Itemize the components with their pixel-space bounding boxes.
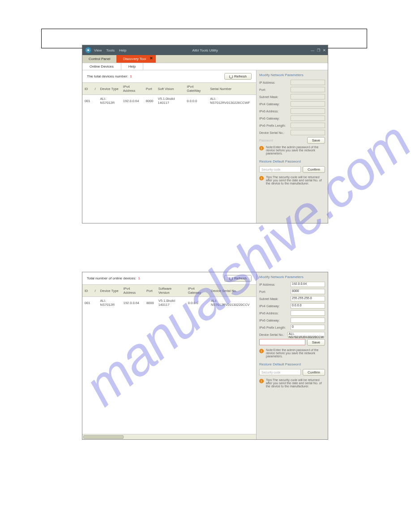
col-gateway[interactable]: IPv4 GateWay (184, 83, 208, 95)
table-row[interactable]: 001 ALI-NS7012R 192.0.0.64 8000 V5.1.0bu… (82, 297, 256, 309)
device-count-label: The total devices number: 1 (87, 74, 132, 78)
input-ip6[interactable] (291, 310, 325, 316)
input-serial[interactable] (291, 130, 325, 135)
col-gateway[interactable]: IPv4 Gateway (186, 285, 209, 297)
input-gw6[interactable] (291, 116, 325, 121)
window-title: Alibi Tools Utility (192, 48, 218, 52)
input-subnet[interactable] (291, 94, 325, 99)
label-prefix: IPv6 Prefix Length: (259, 326, 291, 329)
input-ip[interactable]: 192.0.0.64 (291, 282, 325, 287)
save-button[interactable]: Save (307, 339, 325, 346)
input-gw6[interactable] (291, 317, 325, 323)
tips-text: Tips:The security code will be returned … (266, 378, 325, 388)
col-id[interactable]: ID (82, 285, 93, 297)
minimize-icon[interactable]: — (311, 48, 314, 52)
label-gw6: IPv6 Gateway: (259, 319, 291, 322)
refresh-button[interactable]: Refresh (224, 73, 252, 80)
device-list-pane: The total devices number: 1 Refresh ID /… (82, 70, 256, 223)
password-input[interactable] (259, 339, 305, 345)
label-port: Port: (259, 88, 291, 91)
subtab-online-devices[interactable]: Online Devices (82, 63, 121, 70)
table-row[interactable]: 001 ALI-NS7012R 192.0.0.64 8000 V5.1.0bu… (82, 95, 256, 107)
confirm-button[interactable]: Confirm (303, 369, 325, 376)
input-subnet[interactable]: 255.255.255.0 (291, 296, 325, 301)
label-ip6: IPv6 Address: (259, 312, 291, 315)
device-table: ID / Device Type IPv4 Address Port Softw… (82, 284, 256, 309)
input-serial[interactable]: ALI-NS7021R20130220CCW (287, 332, 325, 337)
warning-icon: ! (259, 379, 264, 383)
col-device-type[interactable]: Device Type (98, 285, 121, 297)
input-gw4[interactable] (291, 101, 325, 107)
panel-title: Modify Network Parameters (259, 73, 325, 77)
col-port[interactable]: Port (144, 83, 156, 95)
label-password: Password (259, 139, 291, 142)
col-id[interactable]: ID (82, 83, 93, 95)
app-logo-icon (85, 47, 91, 53)
warning-icon: ! (259, 176, 264, 180)
security-code-input[interactable]: Security code (259, 369, 301, 375)
confirm-button[interactable]: Confirm (303, 166, 325, 173)
refresh-icon (229, 75, 233, 78)
input-ip[interactable] (291, 80, 325, 85)
input-gw4[interactable]: 0.0.0.0 (291, 303, 325, 309)
device-table: ID / Device Type IPv4 Address Port Soft … (82, 82, 256, 107)
label-gw6: IPv6 Gateway: (259, 117, 291, 120)
label-prefix: IPv6 Prefix Length: (259, 124, 291, 127)
col-ipv4[interactable]: IPv4 Address (121, 285, 144, 297)
menu-tools[interactable]: Tools (106, 48, 115, 52)
restore-title: Restore Default Password (259, 159, 325, 163)
col-ipv4[interactable]: IPv4 Address (121, 83, 144, 95)
col-soft-version[interactable]: Soft Vision (156, 83, 185, 95)
app-window-2: Total number of online devices: 1 Refres… (82, 272, 328, 440)
note-text: Note:Enter the admin password of the dev… (266, 348, 325, 358)
subtab-help[interactable]: Help (121, 63, 143, 70)
label-serial: Device Serial No.: (259, 333, 287, 336)
device-list-pane: Total number of online devices: 1 Refres… (82, 272, 256, 439)
tab-control-panel[interactable]: Control Panel (82, 55, 116, 63)
label-subnet: Subnet Mask: (259, 297, 291, 300)
label-ip6: IPv6 Address: (259, 110, 291, 113)
panel-title: Modify Network Parameters (259, 275, 325, 279)
tips-text: Tips:The security code will be returned … (266, 176, 325, 185)
menu-help[interactable]: Help (119, 48, 126, 52)
maximize-icon[interactable]: ❐ (317, 48, 320, 52)
tab-close-icon[interactable]: ✖ (150, 56, 153, 60)
label-ip: IP Address: (259, 81, 291, 84)
save-button[interactable]: Save (307, 137, 325, 144)
label-serial: Device Serial No.: (259, 131, 291, 134)
input-prefix[interactable] (291, 123, 325, 128)
label-ip: IP Address: (259, 283, 291, 286)
menu-view[interactable]: View (94, 48, 102, 52)
input-port[interactable]: 8000 (291, 289, 325, 294)
label-gw4: IPv4 Gateway: (259, 305, 291, 308)
input-prefix[interactable]: 0 (291, 325, 325, 330)
input-port[interactable] (291, 87, 325, 92)
app-window-1: View Tools Help Alibi Tools Utility — ❐ … (82, 45, 328, 223)
restore-title: Restore Default Password (259, 362, 325, 366)
refresh-icon (229, 277, 233, 280)
sub-tabs: Online Devices Help (82, 63, 328, 70)
tab-discovery-tool[interactable]: Discovery Tool✖ (116, 55, 156, 63)
modify-params-panel: Modify Network Parameters IP Address: Po… (256, 70, 328, 223)
main-tabs: Control Panel Discovery Tool✖ (82, 55, 328, 63)
close-icon[interactable]: ✕ (323, 48, 326, 52)
col-serial[interactable]: Device Serial No. (209, 285, 256, 297)
warning-icon: ! (259, 349, 264, 353)
titlebar: View Tools Help Alibi Tools Utility — ❐ … (82, 45, 328, 55)
col-serial[interactable]: Serial Number (208, 83, 256, 95)
label-subnet: Subnet Mask: (259, 95, 291, 99)
col-port[interactable]: Port (144, 285, 156, 297)
input-ip6[interactable] (291, 108, 325, 114)
label-gw4: IPv4 Gateway: (259, 103, 291, 106)
device-count-label: Total number of online devices: 1 (87, 276, 140, 280)
refresh-button[interactable]: Refresh (224, 275, 252, 282)
col-soft-version[interactable]: Software Version (156, 285, 186, 297)
modify-params-panel: Modify Network Parameters IP Address:192… (256, 272, 328, 439)
warning-icon: ! (259, 146, 264, 150)
horizontal-scrollbar[interactable] (82, 434, 256, 439)
svg-point-0 (87, 49, 89, 51)
col-device-type[interactable]: Device Type (98, 83, 121, 95)
security-code-input[interactable]: Security code (259, 166, 301, 172)
label-port: Port: (259, 290, 291, 293)
note-text: Note:Enter the admin password of the dev… (266, 146, 325, 155)
